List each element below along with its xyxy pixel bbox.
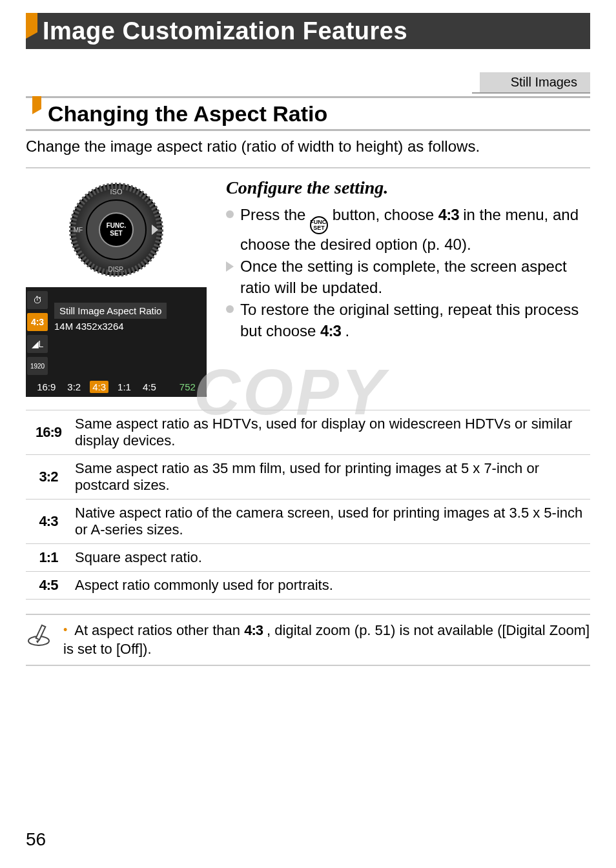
orange-bullet-icon: • [63, 623, 67, 636]
b1-text-a: Press the [240, 206, 310, 223]
ratio-3-2-label: 3:2 [26, 455, 71, 500]
table-row: 4:5 Aspect ratio commonly used for portr… [26, 572, 590, 600]
ratio-4-3-label: 4:3 [26, 500, 71, 544]
step-row: ISO DISP. MF FUNC. SET ⏱ 4:3 ◢L 1920 S [26, 177, 590, 397]
b1-ratio: 4:3 [438, 206, 459, 223]
dial-top-label: ISO [110, 188, 123, 196]
table-row: 16:9 Same aspect ratio as HDTVs, used fo… [26, 410, 590, 455]
section-orange-tab [32, 96, 41, 109]
bullet-2: Once the setting is complete, the screen… [226, 256, 590, 298]
intro-text: Change the image aspect ratio (ratio of … [26, 137, 590, 156]
b1-text-b: button, choose [333, 206, 438, 223]
note-text: • At aspect ratios other than 4:3 , digi… [63, 621, 590, 658]
section-title: Changing the Aspect Ratio [48, 101, 327, 126]
screen-icon-ratio-selected: 4:3 [27, 313, 48, 331]
ratio-4-3-desc: Native aspect ratio of the camera screen… [71, 500, 590, 544]
gray-dot-icon [226, 305, 234, 313]
screen-menu-label: Still Image Aspect Ratio [54, 303, 167, 319]
screen-icon-video: 1920 [27, 357, 48, 375]
opt-1-1: 1:1 [115, 381, 134, 393]
tag-row: Still Images [26, 72, 590, 94]
gray-triangle-icon [226, 261, 234, 272]
ratio-4-5-label: 4:5 [26, 572, 71, 600]
bullet-3: To restore the original setting, repeat … [226, 299, 590, 341]
b3-text-a: To restore the original setting, repeat … [240, 301, 579, 339]
dial-left-label: MF [74, 227, 83, 234]
svg-marker-7 [36, 640, 40, 643]
illustration-column: ISO DISP. MF FUNC. SET ⏱ 4:3 ◢L 1920 S [26, 177, 207, 397]
still-images-tag: Still Images [472, 72, 590, 94]
screen-icon-timer: ⏱ [27, 291, 48, 309]
note-a: At aspect ratios other than [74, 622, 244, 638]
table-row: 3:2 Same aspect ratio as 35 mm film, use… [26, 455, 590, 500]
opt-16-9: 16:9 [34, 381, 58, 393]
screen-option-row: 16:9 3:2 4:3 1:1 4:5 752 [26, 381, 207, 393]
bullet-1: Press the FUNC.SET button, choose 4:3 in… [226, 205, 590, 255]
ratio-16-9-label: 16:9 [26, 410, 71, 455]
control-dial-illustration: ISO DISP. MF FUNC. SET [26, 177, 207, 287]
pencil-note-icon [26, 621, 52, 650]
opt-3-2: 3:2 [65, 381, 83, 393]
instruction-column: Configure the setting. Press the FUNC.SE… [226, 177, 590, 397]
table-row: 4:3 Native aspect ratio of the camera sc… [26, 500, 590, 544]
section-heading: Changing the Aspect Ratio [26, 96, 590, 131]
divider [26, 167, 590, 168]
page-number: 56 [26, 829, 46, 850]
note-ratio: 4:3 [244, 622, 263, 638]
dial-center-bottom: SET [110, 230, 122, 237]
b3-ratio: 4:3 [320, 322, 341, 339]
orange-tab-decoration [26, 13, 37, 32]
ratio-1-1-label: 1:1 [26, 544, 71, 572]
ratio-4-5-desc: Aspect ratio commonly used for portraits… [71, 572, 590, 600]
dial-bottom-label: DISP. [108, 266, 125, 273]
aspect-ratio-table: 16:9 Same aspect ratio as HDTVs, used fo… [26, 410, 590, 600]
chapter-title: Image Customization Features [43, 17, 407, 45]
screen-icon-size: ◢L [27, 335, 48, 353]
ratio-1-1-desc: Square aspect ratio. [71, 544, 590, 572]
shots-remaining: 752 [177, 381, 198, 393]
screen-resolution-label: 14M 4352x3264 [54, 321, 124, 332]
dial-center-top: FUNC. [107, 222, 127, 229]
ratio-16-9-desc: Same aspect ratio as HDTVs, used for dis… [71, 410, 590, 455]
ratio-3-2-desc: Same aspect ratio as 35 mm film, used fo… [71, 455, 590, 500]
camera-screen-illustration: ⏱ 4:3 ◢L 1920 Still Image Aspect Ratio 1… [26, 287, 207, 397]
b3-text-b: . [345, 322, 349, 339]
chapter-bar: Image Customization Features [26, 13, 590, 49]
opt-4-5: 4:5 [140, 381, 159, 393]
b2-text: Once the setting is complete, the screen… [240, 256, 590, 298]
table-row: 1:1 Square aspect ratio. [26, 544, 590, 572]
opt-4-3: 4:3 [90, 381, 108, 393]
gray-dot-icon [226, 210, 234, 218]
func-set-icon: FUNC.SET [310, 216, 328, 234]
note-box: • At aspect ratios other than 4:3 , digi… [26, 614, 590, 666]
step-heading: Configure the setting. [226, 177, 590, 198]
